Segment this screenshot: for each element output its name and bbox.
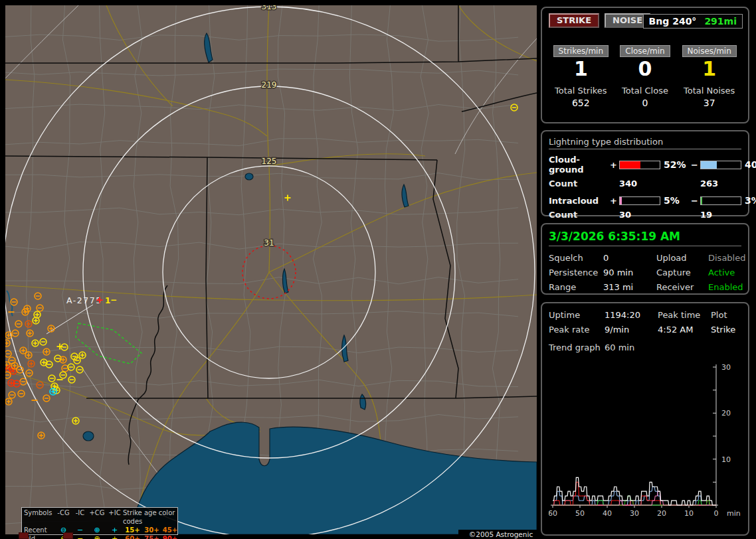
plus-icon: + [106,534,123,539]
svg-text:20: 20 [721,409,731,418]
minus-sign: − [691,196,700,206]
receiver-label: Receiver [656,282,708,292]
svg-text:10: 10 [684,509,694,518]
legend-symbols-header: Symbols [24,508,54,526]
lightning-map[interactable]: 31 125 219 313 A-2775 1 − Symbols -CG [5,5,537,534]
cg-pos-bar [619,161,660,169]
svg-text:10: 10 [721,455,731,464]
datetime-display: 3/3/2026 6:35:19 AM [549,230,741,246]
plus-sign: + [610,160,619,170]
chart-labels: 6050403020100min102030 [549,363,741,518]
plus-sign: + [610,196,619,206]
svg-text:60: 60 [549,509,557,518]
cloud-ground-label: Cloud-ground [549,155,610,175]
minus-sign: − [691,160,700,170]
squelch-label: Squelch [549,253,603,263]
peak-rate-label: Peak rate [549,325,605,335]
total-strikes-value: 652 [549,98,613,108]
clock-status-box: 3/3/2026 6:35:19 AM Squelch 0 Upload Dis… [541,223,749,295]
cg-neg-bar [700,161,741,169]
noises-per-min-value: 1 [677,58,741,80]
upload-status: Disabled [708,253,745,263]
map-legend: Symbols -CG -IC +CG +IC Strike age color… [21,507,178,535]
age-75: 75+ [142,534,161,539]
age-90: 90+ [161,534,179,539]
ic-neg-pct: 3% [745,195,756,206]
uptime-trend-box: Uptime 1194:20 Peak time Plot Peak rate … [541,302,749,536]
ring-label-31: 31 [264,238,274,248]
squelch-value: 0 [603,253,656,263]
total-close-value: 0 [613,98,678,108]
close-per-min-value: 0 [613,58,678,80]
trend-graph-chart: 6050403020100min102030 [549,358,743,522]
cg-neg-pct: 40% [745,159,756,170]
total-strikes-label: Total Strikes [549,86,613,96]
noises-per-min-label: Noises/min [682,45,737,57]
lightning-distribution-box: Lightning type distribution Cloud-ground… [541,130,749,216]
persistence-label: Persistence [549,268,603,277]
minus-icon: − [72,526,88,534]
app-window: 31 125 219 313 A-2775 1 − Symbols -CG [0,0,756,539]
taskbar-fragment [19,532,29,539]
copyright-label: ©2005 Astrogenic Systems [458,530,543,539]
svg-text:30: 30 [721,363,731,372]
total-noises-value: 37 [677,98,741,108]
minus-icon: − [72,534,88,539]
cg-pos-count: 340 [619,179,660,189]
bearing-value: Bng 240° [649,16,697,27]
peak-time-value: 4:52 AM [658,325,711,335]
cg-pos-pct: 52% [664,159,691,170]
svg-text:0: 0 [714,509,719,518]
svg-text:50: 50 [575,509,585,518]
count-label: Count [549,179,610,189]
uptime-label: Uptime [549,310,605,320]
ic-pos-count: 30 [619,210,660,220]
upload-label: Upload [656,253,708,263]
strike-mode-button[interactable]: STRIKE [549,13,599,28]
ic-neg-count: 19 [700,210,741,220]
taskbar-fragment [63,532,73,539]
peak-rate-value: 9/min [605,325,658,335]
total-close-label: Total Close [613,86,678,96]
svg-text:30: 30 [630,509,639,518]
bearing-readout: Bng 240°291mi [643,14,743,29]
ic-neg-bar [700,196,741,205]
ring-label-219: 219 [262,80,277,90]
legend-col-cg-pos: +CG [88,508,106,526]
legend-col-ic-neg: -IC [72,508,88,526]
cg-neg-count: 263 [700,179,741,189]
age-30: 30+ [142,526,161,534]
range-value: 313 mi [603,282,656,292]
age-60: 60+ [123,534,142,539]
ic-pos-bar [619,196,660,205]
strike-stats-box: STRIKE NOISE Bng 240°291mi Strikes/min 1… [541,7,749,123]
age-45: 45+ [161,526,179,534]
plot-label: Plot [711,310,741,320]
trend-series-Total strikes [553,477,716,505]
peak-time-label: Peak time [658,310,711,320]
legend-col-ic-pos: +IC [106,508,123,526]
strikes-per-min-value: 1 [549,58,613,80]
svg-text:40: 40 [603,509,612,518]
trend-graph-label: Trend graph [549,343,605,352]
ring-label-313: 313 [262,5,277,11]
circle-plus-icon: ⊕ [88,526,106,534]
strikes-per-min-label: Strikes/min [553,45,609,57]
svg-text:min: min [727,509,741,518]
bearing-range: 291mi [704,16,737,27]
svg-text:20: 20 [657,509,666,518]
close-per-min-label: Close/min [620,45,670,57]
capture-label: Capture [656,268,708,277]
count-label: Count [549,210,610,220]
map-canvas[interactable]: 31 125 219 313 A-2775 1 − [5,5,537,534]
trend-graph-window: 60 min [605,343,741,352]
capture-status: Active [708,268,745,277]
distribution-title: Lightning type distribution [549,137,741,149]
trend-series--CG [553,482,716,505]
receiver-status: Enabled [708,282,745,292]
persistence-value: 90 min [603,268,656,277]
trend-series-+IC [553,491,716,505]
trend-series-+CG [553,487,716,505]
circle-plus-icon: ⊕ [88,534,106,539]
storm-cell-label: A-2775 1 − [66,295,117,305]
